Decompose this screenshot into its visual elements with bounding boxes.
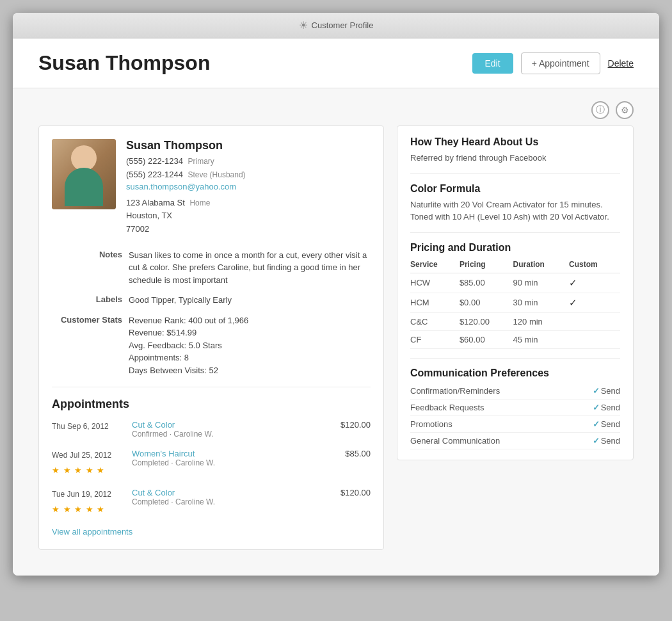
col-custom: Custom (569, 257, 620, 273)
profile-info: Susan Thompson (555) 222-1234 Primary (5… (126, 139, 246, 236)
appt-date-text-3: Tue Jun 19, 2012 (52, 488, 125, 502)
phone-primary-row: (555) 222-1234 Primary (126, 155, 246, 168)
email-link[interactable]: susan.thompson@yahoo.com (126, 182, 236, 191)
window-title: Customer Profile (312, 20, 374, 30)
phone-secondary-label: Steve (Husband) (188, 170, 246, 179)
pricing-row: C&C $120.00 120 min (410, 312, 620, 330)
notes-row: Notes Susan likes to come in once a mont… (52, 249, 371, 287)
pricing-service: C&C (410, 312, 460, 330)
appt-date-text-2: Wed Jul 25, 2012 (52, 449, 125, 463)
stat-revenue-rank: Revenue Rank: 400 out of 1,966 (129, 314, 371, 327)
appt-details-1: Cut & Color Confirmed · Caroline W. (132, 420, 319, 439)
address-row: 123 Alabama St Home Houston, TX 77002 (126, 197, 246, 236)
pricing-table: Service Pricing Duration Custom HCW $85.… (410, 257, 620, 349)
appt-date-2: Wed Jul 25, 2012 ★ ★ ★ ★ ★ (52, 449, 125, 478)
pricing-custom (569, 330, 620, 348)
appt-price-2: $85.00 (326, 449, 371, 458)
comm-send: ✓Send (570, 415, 620, 432)
labels-value: Good Tipper, Typically Early (129, 294, 371, 307)
content-area: ⓘ ⚙ Susan Thompson (555) 222-1234 (13, 88, 659, 576)
notes-value: Susan likes to come in once a month for … (129, 249, 371, 287)
comm-row: Confirmation/Reminders ✓Send (410, 383, 620, 399)
pricing-service: HCW (410, 273, 460, 293)
appt-date-1: Thu Sep 6, 2012 (52, 420, 125, 434)
comm-label: Feedback Requests (410, 399, 570, 415)
stats-row: Customer Stats Revenue Rank: 400 out of … (52, 314, 371, 377)
edit-button[interactable]: Edit (472, 53, 513, 74)
pricing-duration: 120 min (513, 312, 569, 330)
phone-primary-label: Primary (188, 157, 214, 166)
appt-service-link-1[interactable]: Cut & Color (132, 420, 175, 430)
stats-label: Customer Stats (52, 314, 122, 377)
customer-name: Susan Thompson (38, 51, 210, 75)
address-line1: 123 Alabama St (126, 198, 185, 207)
color-formula-title: Color Formula (410, 183, 620, 195)
stat-revenue: Revenue: $514.99 (129, 327, 371, 339)
view-all-appointments-link[interactable]: View all appointments (52, 527, 132, 536)
pricing-row: HCW $85.00 90 min ✓ (410, 273, 620, 293)
comm-label: Confirmation/Reminders (410, 383, 570, 399)
comm-row: Promotions ✓Send (410, 415, 620, 432)
pricing-price: $0.00 (460, 293, 513, 312)
avatar-image (52, 139, 116, 209)
pricing-custom: ✓ (569, 293, 620, 312)
info-card: How They Heard About Us Referred by frie… (397, 125, 634, 460)
how-heard-value: Referred by friend through Facebook (410, 152, 620, 165)
top-icons: ⓘ ⚙ (38, 101, 634, 119)
col-pricing: Pricing (460, 257, 513, 273)
header-actions: Edit + Appointment Delete (472, 52, 634, 74)
pricing-price: $120.00 (460, 312, 513, 330)
labels-row: Labels Good Tipper, Typically Early (52, 294, 371, 307)
right-panel: How They Heard About Us Referred by frie… (397, 125, 634, 550)
pricing-price: $85.00 (460, 273, 513, 293)
appointments-section: Appointments Thu Sep 6, 2012 Cut & Color… (52, 398, 371, 536)
comm-label: General Communication (410, 432, 570, 449)
card-divider-3 (410, 358, 620, 359)
pricing-custom (569, 312, 620, 330)
info-icon[interactable]: ⓘ (591, 101, 609, 119)
pricing-price: $60.00 (460, 330, 513, 348)
profile-section: Susan Thompson (555) 222-1234 Primary (5… (38, 125, 384, 550)
comm-title: Communication Preferences (410, 367, 620, 379)
pricing-title: Pricing and Duration (410, 242, 620, 254)
header: Susan Thompson Edit + Appointment Delete (13, 38, 659, 88)
col-service: Service (410, 257, 460, 273)
appt-price-3: $120.00 (326, 488, 371, 497)
appt-status-2: Completed · Caroline W. (132, 458, 319, 467)
appt-details-3: Cut & Color Completed · Caroline W. (132, 488, 319, 506)
appointment-item: Thu Sep 6, 2012 Cut & Color Confirmed · … (52, 420, 371, 439)
pricing-row: HCM $0.00 30 min ✓ (410, 293, 620, 312)
address-label: Home (189, 198, 210, 207)
main-grid: Susan Thompson (555) 222-1234 Primary (5… (38, 125, 634, 550)
phone-primary: (555) 222-1234 (126, 156, 183, 166)
pricing-duration: 30 min (513, 293, 569, 312)
card-divider-2 (410, 232, 620, 233)
appt-service-link-2[interactable]: Women's Haircut (132, 449, 195, 458)
pricing-duration: 45 min (513, 330, 569, 348)
stat-days: Days Between Visits: 52 (129, 364, 371, 377)
profile-header: Susan Thompson (555) 222-1234 Primary (5… (52, 139, 371, 236)
comm-row: Feedback Requests ✓Send (410, 399, 620, 415)
settings-icon[interactable]: ⚙ (616, 101, 634, 119)
section-divider (52, 387, 371, 387)
appt-price-1: $120.00 (326, 420, 371, 430)
pricing-service: CF (410, 330, 460, 348)
appt-details-2: Women's Haircut Completed · Caroline W. (132, 449, 319, 467)
comm-table: Confirmation/Reminders ✓Send Feedback Re… (410, 383, 620, 449)
comm-send: ✓Send (570, 383, 620, 399)
comm-send: ✓Send (570, 432, 620, 449)
pricing-service: HCM (410, 293, 460, 312)
appt-date-text-1: Thu Sep 6, 2012 (52, 420, 125, 434)
appt-service-link-3[interactable]: Cut & Color (132, 488, 175, 497)
add-appointment-button[interactable]: + Appointment (521, 52, 600, 74)
phone-secondary: (555) 223-1244 (126, 170, 183, 179)
appt-status-1: Confirmed · Caroline W. (132, 430, 319, 439)
person-icon: ☀ (299, 19, 308, 31)
title-bar: ☀ Customer Profile (13, 13, 659, 38)
delete-button[interactable]: Delete (608, 58, 634, 69)
pricing-custom: ✓ (569, 273, 620, 293)
stat-appointments: Appointments: 8 (129, 351, 371, 364)
appointment-item: Wed Jul 25, 2012 ★ ★ ★ ★ ★ Women's Hairc… (52, 449, 371, 478)
labels-label: Labels (52, 294, 122, 307)
phone-secondary-row: (555) 223-1244 Steve (Husband) (126, 168, 246, 182)
